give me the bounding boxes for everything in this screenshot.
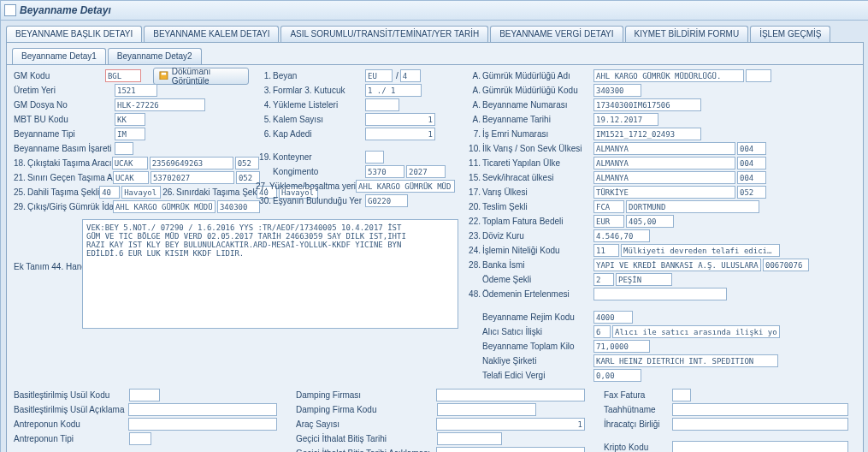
ihr-field[interactable] [672, 418, 848, 431]
gibt-field[interactable] [437, 432, 502, 445]
uretim-field[interactable] [115, 84, 157, 97]
sevk-field1[interactable] [593, 171, 735, 184]
antrk-field[interactable] [128, 418, 277, 431]
tip-field[interactable] [115, 128, 145, 140]
cikis-field1[interactable] [113, 200, 216, 213]
ilk-field1[interactable] [593, 142, 735, 155]
fax-field[interactable] [672, 389, 691, 401]
ticaret-field1[interactable] [593, 157, 735, 170]
lbl-sevk: Sevk/ihracat ülkesi [482, 173, 593, 182]
sinir-field2[interactable] [151, 171, 234, 184]
fatura-field1[interactable] [593, 215, 624, 228]
lbl-dkod: Damping Firma Kodu [296, 405, 437, 414]
btarih-field[interactable] [593, 113, 658, 126]
lbl-uretim: Üretim Yeri [14, 86, 115, 95]
dkod-field[interactable] [437, 403, 536, 416]
dfirm-field[interactable] [436, 389, 585, 401]
cikis-field2[interactable] [217, 200, 260, 213]
dahili-field2[interactable] [121, 186, 161, 199]
alici-field2[interactable] [612, 325, 780, 338]
mukod-field[interactable] [593, 84, 641, 97]
lbl-fax: Fax Fatura [604, 390, 672, 400]
yb-field[interactable] [356, 180, 455, 193]
busul-field[interactable] [129, 389, 160, 401]
beyan-field1[interactable] [365, 69, 393, 82]
bno-field[interactable] [593, 98, 701, 111]
doviz-field[interactable] [593, 229, 650, 242]
sinir-field1[interactable] [113, 171, 149, 184]
tab-islem[interactable]: İŞLEM GEÇMİŞ [750, 26, 830, 42]
teslim-field1[interactable] [593, 200, 624, 213]
gm-dosya-field[interactable] [115, 98, 205, 111]
kap-field[interactable] [365, 128, 435, 140]
lbl-basim: Beyanname Basım İşareti [14, 144, 115, 153]
ticaret-field2[interactable] [737, 157, 766, 170]
ertel-field[interactable] [593, 288, 727, 300]
mbt-field[interactable] [115, 113, 145, 126]
subtab-detay2[interactable]: Beyanname Detay2 [108, 48, 202, 64]
lbl-telafi: Telafi Edici Vergi [482, 371, 593, 380]
varis-field2[interactable] [737, 186, 766, 199]
tab-asil[interactable]: ASIL SORUMLU/TRANSİT/TEMİNAT/YER TARİH [280, 26, 488, 42]
konteyner-field[interactable] [365, 151, 384, 164]
beyanname-window: Beyanname Detayı BEYANNAME BAŞLIK DETAYI… [0, 0, 868, 452]
tab-baslik[interactable]: BEYANNAME BAŞLIK DETAYI [6, 26, 142, 42]
banka-field1[interactable] [593, 259, 761, 271]
sevk-field2[interactable] [737, 171, 766, 184]
basim-field[interactable] [115, 142, 133, 155]
lbl-gm-kodu: GM Kodu [14, 71, 105, 80]
kong-field2[interactable] [406, 165, 446, 178]
beyan-field2[interactable] [400, 69, 421, 82]
odeme-field1[interactable] [593, 273, 614, 286]
taah-field[interactable] [672, 403, 848, 416]
nakliye-field[interactable] [593, 354, 778, 367]
main-tabs: BEYANNAME BAŞLIK DETAYI BEYANNAME KALEM … [1, 21, 868, 42]
tab-vergi[interactable]: BEYANNAME VERGİ DETAYI [490, 26, 623, 42]
lbl-busul: Basitleştirilmiş Usül Kodu [14, 390, 129, 400]
cik-field1[interactable] [112, 157, 148, 170]
lbl-antrt: Antreponun Tipi [14, 434, 129, 443]
banka-field2[interactable] [763, 259, 809, 271]
ek44-textarea[interactable] [82, 219, 458, 329]
telafi-field[interactable] [593, 369, 641, 382]
fatura-field2[interactable] [626, 215, 674, 228]
lbl-isemri: İş Emri Numarası [482, 129, 593, 139]
lbl-ertel: Ödemenin Ertelenmesi [482, 289, 593, 299]
varis-field1[interactable] [593, 186, 735, 199]
arac-field[interactable] [436, 418, 585, 431]
subtab-detay1[interactable]: Beyanname Detay1 [12, 48, 106, 64]
islem-field1[interactable] [593, 244, 619, 257]
formlar-field[interactable] [365, 84, 422, 97]
save-icon [159, 71, 168, 81]
kalem-field[interactable] [365, 113, 435, 126]
ilk-field2[interactable] [737, 142, 766, 155]
kong-field1[interactable] [365, 165, 404, 178]
tab-kiymet[interactable]: KIYMET BİLDİRİM FORMU [625, 26, 749, 42]
sub-tabs: Beyanname Detay1 Beyanname Detay2 [7, 43, 863, 64]
busulA-field[interactable] [128, 403, 277, 416]
lbl-sonraki: Sınırdaki Taşıma Şekli [176, 187, 257, 197]
muad-field[interactable] [593, 69, 744, 82]
lbl-kong: Kongimento [273, 167, 365, 176]
islem-field2[interactable] [621, 244, 780, 257]
lbl-yukleme: Yükleme Listeleri [273, 100, 365, 110]
isemri-field[interactable] [593, 128, 701, 140]
kripto-field[interactable] [672, 441, 848, 452]
kilo-field[interactable] [593, 340, 650, 353]
yukleme-field[interactable] [365, 98, 399, 111]
teslim-field2[interactable] [626, 200, 759, 213]
gm-kodu-field[interactable] [105, 69, 141, 82]
dokuman-goruntule-button[interactable]: Dökümanı Görüntüle [153, 68, 249, 85]
tab-kalem[interactable]: BEYANNAME KALEM DETAYI [144, 26, 279, 42]
bottom-section: Basitleştirilmiş Usül Kodu Basitleştiril… [7, 388, 863, 452]
rejim-field[interactable] [593, 311, 633, 324]
odeme-field2[interactable] [616, 273, 672, 286]
esya-field[interactable] [365, 194, 408, 207]
alici-field1[interactable] [593, 325, 611, 338]
gibta-field[interactable] [436, 447, 585, 452]
cik-field2[interactable] [150, 157, 233, 170]
dahili-field1[interactable] [99, 186, 120, 199]
lbl-cikis: Çıkış/Giriş Gümrük İdaresi [27, 202, 113, 211]
antrt-field[interactable] [129, 432, 151, 445]
lbl-teslim: Teslim Şekli [482, 202, 593, 211]
